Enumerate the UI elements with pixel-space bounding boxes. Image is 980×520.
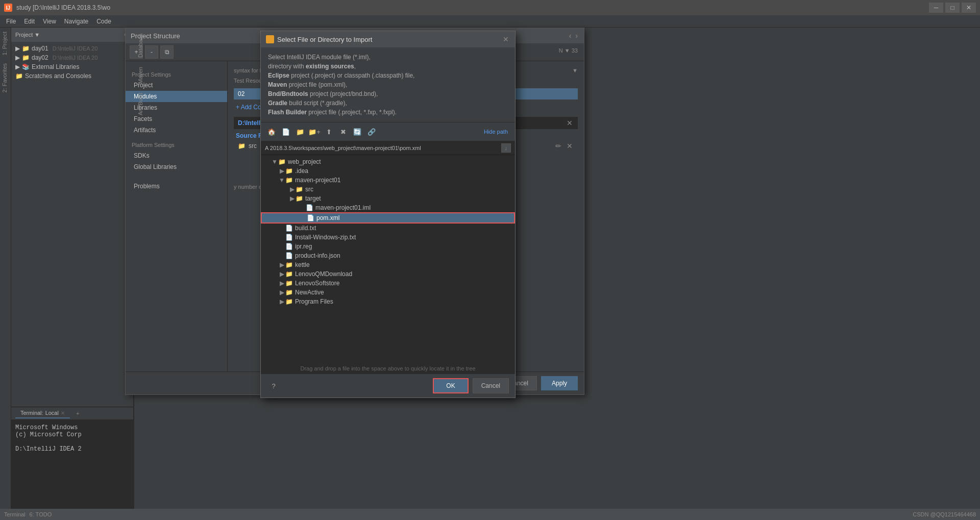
tree-item-web-project[interactable]: ▼ 📁 web_project bbox=[261, 157, 515, 166]
bottom-tab-todo[interactable]: 6: TODO bbox=[30, 511, 52, 517]
sfd-path-input[interactable] bbox=[265, 145, 501, 151]
minimize-button[interactable]: ─ bbox=[929, 3, 943, 13]
toggle-lenovo-qm[interactable]: ▶ bbox=[278, 270, 285, 278]
label-iml: maven-project01.iml bbox=[315, 204, 371, 211]
file-icon-install: 📄 bbox=[285, 234, 293, 241]
tree-item-ipr[interactable]: 📄 ipr.reg bbox=[261, 242, 515, 251]
tree-item-target[interactable]: ▶ 📁 target bbox=[261, 194, 515, 203]
vt-ant-build[interactable]: Ant Build bbox=[135, 89, 145, 119]
ps-remove-btn[interactable]: - bbox=[145, 45, 158, 59]
ps-dropdown-icon[interactable]: ▼ bbox=[572, 67, 578, 73]
sfd-desc-line4: Maven project file (pom.xml), bbox=[268, 81, 347, 88]
tree-item-src[interactable]: ▶ 📁 src bbox=[261, 185, 515, 194]
toggle-target[interactable]: ▶ bbox=[288, 195, 296, 202]
label-web-project: web_project bbox=[288, 158, 321, 165]
ps-source-folder-delete[interactable]: ✕ bbox=[566, 142, 574, 150]
toggle-new-active[interactable]: ▶ bbox=[278, 289, 285, 296]
vt-database[interactable]: Database bbox=[135, 30, 145, 62]
hide-path-button[interactable]: Hide path bbox=[481, 128, 511, 136]
folder-icon-day02: 📁 bbox=[22, 54, 30, 61]
sfd-description: Select IntelliJ IDEA module file (*.iml)… bbox=[261, 47, 515, 122]
tab-favorites[interactable]: 2: Favorites bbox=[0, 59, 11, 96]
toggle-kettle[interactable]: ▶ bbox=[278, 261, 285, 268]
close-button[interactable]: ✕ bbox=[962, 3, 976, 13]
ps-source-folder-edit[interactable]: ✏ bbox=[554, 142, 562, 150]
toggle-src[interactable]: ▶ bbox=[288, 186, 296, 193]
folder-icon-new-active: 📁 bbox=[285, 289, 293, 296]
toggle-lenovo-soft[interactable]: ▶ bbox=[278, 280, 285, 287]
tab-project[interactable]: 1: Project bbox=[0, 28, 11, 59]
tree-item-day01[interactable]: ▶ 📁 day01 D:\IntelliJ IDEA 20 bbox=[11, 44, 133, 53]
folder-icon-lenovo-qm: 📁 bbox=[285, 270, 293, 278]
toggle-maven[interactable]: ▼ bbox=[278, 177, 285, 184]
sfd-path-go-btn[interactable]: ↓ bbox=[501, 143, 511, 153]
sfd-refresh-btn[interactable]: 🔄 bbox=[351, 126, 364, 138]
menu-view[interactable]: View bbox=[39, 17, 60, 26]
label-lenovo-qm: LenovoQMDownload bbox=[295, 270, 352, 278]
sfd-up-btn[interactable]: ⬆ bbox=[322, 126, 335, 138]
file-icon-iml: 📄 bbox=[306, 204, 313, 211]
ps-nav-sdks[interactable]: SDKs bbox=[126, 150, 227, 161]
tab-terminal[interactable]: Terminal: Local ✕ bbox=[15, 408, 70, 418]
ps-nav-problems[interactable]: Problems bbox=[126, 181, 227, 192]
terminal-line-4: D:\IntelliJ IDEA 2 bbox=[15, 445, 129, 453]
tree-item-idea[interactable]: ▶ 📁 .idea bbox=[261, 166, 515, 176]
tree-item-lenovo-soft[interactable]: ▶ 📁 LenovoSoftstore bbox=[261, 279, 515, 288]
tab-close-icon[interactable]: ✕ bbox=[61, 410, 65, 416]
label-install: Install-Windows-zip.txt bbox=[295, 234, 356, 241]
toggle-idea[interactable]: ▶ bbox=[278, 167, 285, 175]
sfd-close-button[interactable]: ✕ bbox=[502, 35, 510, 43]
label-lenovo-soft: LenovoSoftstore bbox=[295, 280, 339, 287]
sfd-link-btn[interactable]: 🔗 bbox=[365, 126, 378, 138]
tab-add[interactable]: + bbox=[71, 409, 84, 418]
ps-nav-artifacts[interactable]: Artifacts bbox=[126, 125, 227, 136]
toggle-web-project[interactable]: ▼ bbox=[271, 158, 278, 165]
ps-back-button[interactable]: ‹ bbox=[568, 32, 573, 40]
tree-item-day02[interactable]: ▶ 📁 day02 D:\IntelliJ IDEA 20 bbox=[11, 53, 133, 62]
sfd-doc-btn[interactable]: 📄 bbox=[279, 126, 292, 138]
tree-item-maven-project01[interactable]: ▼ 📁 maven-project01 bbox=[261, 176, 515, 185]
menu-code[interactable]: Code bbox=[92, 17, 115, 26]
ps-number-label: y number of bbox=[234, 184, 263, 190]
vt-maven[interactable]: Maven bbox=[135, 63, 145, 88]
tree-item-kettle[interactable]: ▶ 📁 kettle bbox=[261, 260, 515, 269]
project-tree: ▶ 📁 day01 D:\IntelliJ IDEA 20 ▶ 📁 day02 … bbox=[11, 42, 133, 407]
ps-forward-button[interactable]: › bbox=[574, 32, 579, 40]
menu-file[interactable]: File bbox=[2, 17, 20, 26]
sfd-ok-button[interactable]: OK bbox=[433, 378, 468, 393]
ps-apply-button[interactable]: Apply bbox=[541, 376, 578, 390]
bottom-tab-terminal[interactable]: Terminal bbox=[4, 511, 26, 517]
label-maven: maven-project01 bbox=[295, 177, 340, 184]
sfd-help-button[interactable]: ? bbox=[267, 380, 280, 392]
tree-item-lenovo-qm[interactable]: ▶ 📁 LenovoQMDownload bbox=[261, 269, 515, 279]
tree-item-install[interactable]: 📄 Install-Windows-zip.txt bbox=[261, 233, 515, 242]
sfd-file-tree[interactable]: ▼ 📁 web_project ▶ 📁 .idea ▼ 📁 maven-pro bbox=[261, 155, 515, 363]
sfd-delete-btn[interactable]: ✖ bbox=[336, 126, 350, 138]
menu-navigate[interactable]: Navigate bbox=[60, 17, 92, 26]
tree-item-ext-libs[interactable]: ▶ 📚 External Libraries bbox=[11, 62, 133, 71]
terminal-tab-label: Terminal: bbox=[20, 410, 43, 416]
sfd-home-btn[interactable]: 🏠 bbox=[265, 126, 278, 138]
tree-item-iml[interactable]: 📄 maven-project01.iml bbox=[261, 203, 515, 212]
sfd-cancel-button[interactable]: Cancel bbox=[473, 378, 509, 393]
terminal-line-2: (c) Microsoft Corp bbox=[15, 431, 129, 438]
sfd-folder-btn[interactable]: 📁 bbox=[293, 126, 307, 138]
maximize-button[interactable]: □ bbox=[945, 3, 960, 13]
tree-item-product-info[interactable]: 📄 product-info.json bbox=[261, 251, 515, 260]
ps-copy-btn[interactable]: ⧉ bbox=[160, 45, 174, 59]
ps-nav-global-libraries[interactable]: Global Libraries bbox=[126, 161, 227, 172]
tree-item-pom-xml[interactable]: 📄 pom.xml bbox=[261, 212, 515, 224]
sfd-desc-line2: directory with existing sources, bbox=[268, 63, 356, 70]
expand-icon: ▶ bbox=[15, 45, 20, 52]
toggle-program-files[interactable]: ▶ bbox=[278, 298, 285, 305]
tree-item-scratches[interactable]: 📁 Scratches and Consoles bbox=[11, 71, 133, 81]
title-bar: IJ study [D:\IntelliJ IDEA 2018.3.5\wo ─… bbox=[0, 0, 980, 15]
sfd-folder-plus-btn[interactable]: 📁+ bbox=[308, 126, 321, 138]
ps-path-close[interactable]: ✕ bbox=[566, 119, 574, 127]
tree-item-new-active[interactable]: ▶ 📁 NewActive bbox=[261, 288, 515, 297]
tree-item-build-txt[interactable]: 📄 build.txt bbox=[261, 224, 515, 233]
menu-edit[interactable]: Edit bbox=[20, 17, 39, 26]
tree-item-program-files[interactable]: ▶ 📁 Program Files bbox=[261, 297, 515, 306]
label-pom: pom.xml bbox=[316, 214, 339, 221]
sfd-drag-hint: Drag and drop a file into the space abov… bbox=[261, 363, 515, 374]
